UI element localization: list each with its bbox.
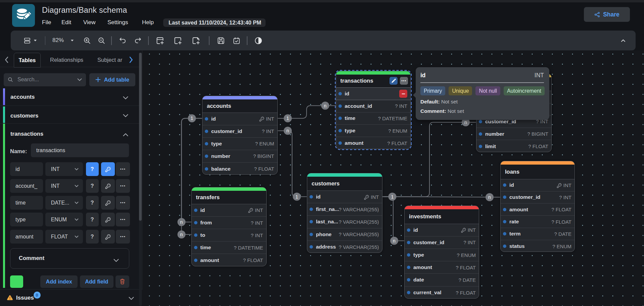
svg-text:1: 1	[286, 116, 289, 121]
svg-text:1: 1	[191, 116, 193, 121]
svg-text:n: n	[393, 238, 396, 244]
svg-text:1: 1	[295, 194, 298, 200]
svg-text:1: 1	[391, 194, 394, 200]
svg-text:n: n	[286, 128, 289, 133]
svg-text:n: n	[180, 232, 183, 237]
svg-text:n: n	[488, 194, 491, 200]
svg-text:n: n	[180, 219, 183, 225]
svg-text:n: n	[324, 103, 327, 108]
svg-text:n: n	[464, 120, 467, 125]
